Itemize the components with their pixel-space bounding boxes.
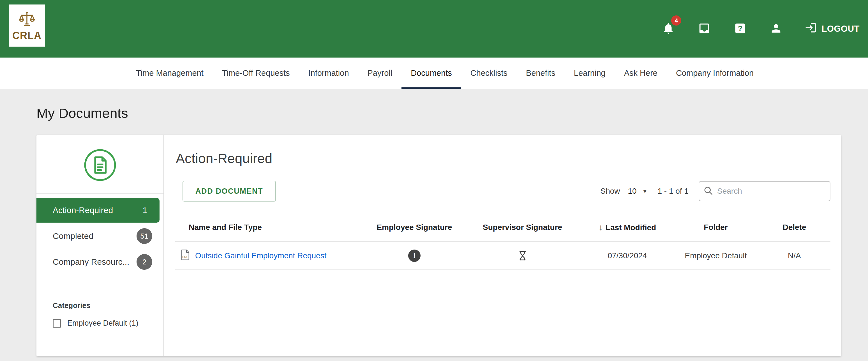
nav-item-benefits[interactable]: Benefits [517,58,565,89]
folder-count-badge: 2 [136,254,152,270]
search-box [699,181,831,201]
section-title: Action-Required [176,151,831,166]
account-button[interactable] [769,22,783,36]
nav-item-ask-here[interactable]: Ask Here [615,58,667,89]
scales-of-justice-icon [17,10,37,30]
document-link[interactable]: Outside Gainful Employment Request [195,251,326,260]
nav-label: Information [308,68,349,78]
nav-item-payroll[interactable]: Payroll [358,58,402,89]
sidebar-item-action-required[interactable]: Action-Required 1 [36,198,159,223]
nav-label: Ask Here [624,68,657,78]
col-header-delete[interactable]: Delete [758,213,831,242]
nav-label: Benefits [526,68,555,78]
documents-card: Action-Required 1 Completed 51 Company R… [36,135,841,356]
supervisor-signature-cell [463,242,582,270]
col-header-last-modified[interactable]: ↓Last Modified [582,213,673,242]
nav-label: Checklists [470,68,507,78]
inbox-button[interactable] [697,22,712,36]
col-header-employee-signature[interactable]: Employee Signature [365,213,464,242]
help-button[interactable]: ? [733,22,747,36]
notifications-button[interactable]: 4 [661,22,676,36]
document-name-cell: PDF Outside Gainful Employment Request [176,242,365,269]
employee-signature-cell: ! [365,242,464,270]
notification-badge: 4 [671,16,681,26]
inbox-icon [698,22,711,36]
logout-icon [805,22,817,36]
nav-item-information[interactable]: Information [299,58,358,89]
nav-item-learning[interactable]: Learning [565,58,615,89]
search-icon [703,186,713,197]
search-input[interactable] [717,186,826,196]
nav-label: Time-Off Requests [222,68,290,78]
hourglass-pending-icon [464,250,581,261]
show-label: Show [600,187,620,196]
folder-cell: Employee Default [673,242,758,270]
list-controls: Show 10 ▼ 1 - 1 of 1 [600,181,831,201]
nav-label: Payroll [368,68,393,78]
folder-count-badge: 51 [136,228,152,244]
category-checkbox[interactable] [53,319,61,328]
col-header-folder[interactable]: Folder [673,213,758,242]
attention-required-icon[interactable]: ! [408,250,421,262]
documents-table: Name and File Type Employee Signature Su… [175,213,831,270]
nav-item-checklists[interactable]: Checklists [461,58,517,89]
svg-text:?: ? [738,24,742,33]
categories-section: Categories Employee Default (1) [36,284,163,328]
header-actions: 4 ? [661,22,860,36]
logout-label: LOGOUT [822,24,860,34]
table-header-row: Name and File Type Employee Signature Su… [175,213,831,242]
folder-label: Action-Required [53,205,113,215]
col-header-name-and-file-type[interactable]: Name and File Type [175,213,365,242]
pdf-file-icon: PDF [181,249,190,262]
folder-label: Company Resourc... [53,257,129,267]
nav-label: Documents [411,68,452,78]
logout-button[interactable]: LOGOUT [805,22,860,36]
sidebar-item-company-resources[interactable]: Company Resourc... 2 [36,250,163,274]
add-document-button[interactable]: ADD DOCUMENT [183,181,276,201]
table-controls: ADD DOCUMENT Show 10 ▼ 1 - 1 of 1 [175,181,831,201]
pagination-range: 1 - 1 of 1 [657,187,688,196]
app-header: CRLA 4 ? [0,0,868,58]
table-row: PDF Outside Gainful Employment Request ! [175,242,831,270]
nav-item-time-management[interactable]: Time Management [127,58,213,89]
nav-item-company-information[interactable]: Company Information [667,58,763,89]
folder-list: Action-Required 1 Completed 51 Company R… [36,194,163,284]
categories-title: Categories [53,301,155,310]
person-icon [770,22,782,36]
page-size-select[interactable]: 10 ▼ [628,187,648,196]
delete-cell: N/A [758,242,831,270]
sidebar-item-completed[interactable]: Completed 51 [36,224,163,248]
folder-label: Completed [53,231,93,241]
documents-sidebar: Action-Required 1 Completed 51 Company R… [36,135,164,356]
chevron-down-icon: ▼ [642,189,648,194]
documents-circle-icon [36,135,163,193]
nav-label: Time Management [136,68,204,78]
nav-label: Company Information [676,68,754,78]
logo-text: CRLA [12,31,41,41]
nav-label: Learning [574,68,606,78]
folder-count: 1 [143,206,147,215]
col-header-supervisor-signature[interactable]: Supervisor Signature [463,213,582,242]
help-icon: ? [734,22,747,36]
documents-main-panel: Action-Required ADD DOCUMENT Show 10 ▼ 1… [164,135,841,356]
sort-descending-icon: ↓ [598,223,603,232]
page-size-value: 10 [628,187,637,196]
page-title: My Documents [0,89,868,121]
crla-logo[interactable]: CRLA [9,4,45,47]
primary-nav: Time Management Time-Off Requests Inform… [0,58,868,89]
category-employee-default[interactable]: Employee Default (1) [53,319,155,328]
svg-text:PDF: PDF [182,255,188,258]
nav-item-documents[interactable]: Documents [401,58,461,89]
last-modified-cell: 07/30/2024 [582,242,673,270]
nav-item-time-off-requests[interactable]: Time-Off Requests [213,58,299,89]
category-label: Employee Default (1) [67,319,138,328]
